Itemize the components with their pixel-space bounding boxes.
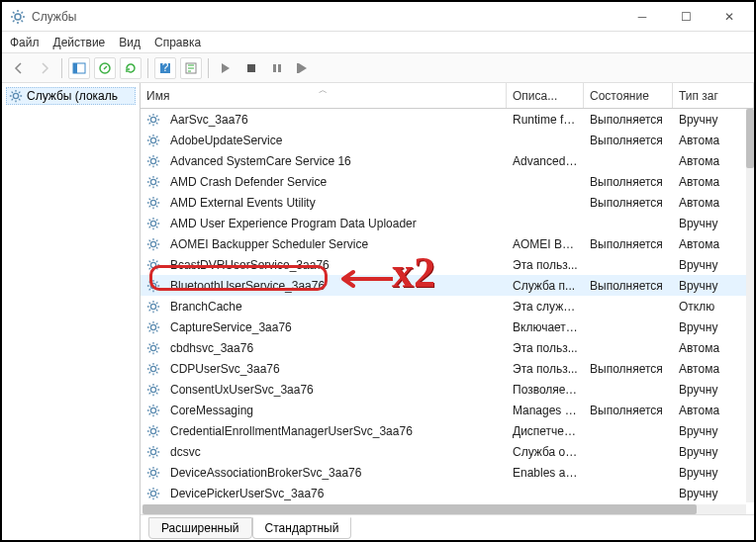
service-desc: Runtime fo...	[507, 113, 584, 127]
vertical-scrollbar[interactable]	[746, 109, 754, 502]
service-start: Автома	[673, 341, 754, 355]
menu-file[interactable]: Файл	[10, 36, 40, 49]
gear-icon	[146, 404, 160, 417]
gear-icon	[146, 134, 160, 147]
svg-point-16	[150, 200, 155, 205]
svg-point-15	[150, 179, 155, 184]
gear-icon	[146, 487, 160, 500]
service-start: Автома	[673, 362, 754, 376]
service-row[interactable]: AarSvc_3aa76Runtime fo...ВыполняетсяВруч…	[141, 109, 754, 130]
service-row[interactable]: BranchCacheЭта служб...Отклю	[141, 296, 754, 316]
service-row[interactable]: AMD User Experience Program Data Uploade…	[141, 213, 754, 233]
svg-point-12	[150, 117, 155, 122]
service-desc: Служба п...	[507, 279, 584, 293]
svg-rect-9	[278, 64, 281, 72]
service-start: Вручну	[673, 217, 754, 230]
service-start: Автома	[673, 237, 754, 251]
minimize-button[interactable]: ─	[625, 6, 659, 28]
service-start: Вручну	[673, 320, 754, 334]
show-hide-pane-button[interactable]	[68, 57, 90, 79]
service-name: ConsentUxUserSvc_3aa76	[164, 383, 507, 397]
export-button[interactable]	[180, 57, 202, 79]
help-button[interactable]: ?	[154, 57, 176, 79]
service-name: DeviceAssociationBrokerSvc_3aa76	[164, 466, 507, 480]
column-startup[interactable]: Тип заг	[673, 83, 754, 108]
service-row[interactable]: CaptureService_3aa76Включает ...Вручну	[141, 316, 754, 337]
gear-icon	[146, 466, 160, 480]
service-row[interactable]: CDPUserSvc_3aa76Эта польз...ВыполняетсяА…	[141, 358, 754, 379]
service-row[interactable]: ConsentUxUserSvc_3aa76Позволяет...Вручну	[141, 379, 754, 400]
column-state[interactable]: Состояние	[584, 83, 673, 108]
gear-icon	[146, 279, 160, 293]
service-row[interactable]: CoreMessagingManages c...ВыполняетсяАвто…	[141, 400, 754, 420]
tree-root-label: Службы (локаль	[27, 89, 118, 103]
service-start: Вручну	[673, 424, 754, 438]
service-row[interactable]: BcastDVRUserService_3aa76Эта польз...Вру…	[141, 254, 754, 275]
column-description[interactable]: Описа...	[507, 83, 584, 108]
service-state: Выполняется	[584, 237, 673, 251]
service-name: DevicePickerUserSvc_3aa76	[164, 487, 507, 500]
gear-icon	[146, 300, 160, 314]
tab-extended[interactable]: Расширенный	[148, 517, 252, 539]
svg-rect-7	[247, 64, 255, 72]
properties-button[interactable]	[94, 57, 116, 79]
service-row[interactable]: DeviceAssociationBrokerSvc_3aa76Enables …	[141, 462, 754, 483]
back-button[interactable]	[8, 57, 30, 79]
maximize-button[interactable]: ☐	[669, 6, 703, 28]
service-row[interactable]: DevicePickerUserSvc_3aa76Вручну	[141, 483, 754, 502]
gear-icon	[146, 237, 160, 251]
service-row[interactable]: cbdhsvc_3aa76Эта польз...Автома	[141, 337, 754, 358]
service-desc: Manages c...	[507, 404, 584, 417]
service-row[interactable]: CredentialEnrollmentManagerUserSvc_3aa76…	[141, 420, 754, 441]
service-row[interactable]: dcsvcСлужба об...Вручну	[141, 441, 754, 462]
service-row[interactable]: AdobeUpdateServiceВыполняетсяАвтома	[141, 130, 754, 150]
service-desc: Advanced ...	[507, 154, 584, 168]
horizontal-scrollbar[interactable]	[142, 504, 746, 514]
pause-service-button[interactable]	[266, 57, 288, 79]
service-row[interactable]: Advanced SystemCare Service 16Advanced .…	[141, 150, 754, 171]
svg-point-22	[150, 324, 155, 329]
service-row[interactable]: BluetoothUserService_3aa76Служба п...Вып…	[141, 275, 754, 296]
service-name: BranchCache	[164, 300, 507, 314]
service-state: Выполняется	[584, 196, 673, 210]
svg-point-27	[150, 428, 155, 433]
service-start: Вручну	[673, 113, 754, 127]
service-state: Выполняется	[584, 279, 673, 293]
svg-rect-8	[273, 64, 276, 72]
stop-service-button[interactable]	[240, 57, 262, 79]
restart-service-button[interactable]	[292, 57, 314, 79]
service-start: Вручну	[673, 279, 754, 293]
service-row[interactable]: AOMEI Backupper Scheduler ServiceAOMEI B…	[141, 233, 754, 254]
service-start: Автома	[673, 154, 754, 168]
close-button[interactable]: ✕	[712, 6, 746, 28]
menu-view[interactable]: Вид	[119, 36, 141, 49]
sort-asc-icon: ︿	[319, 84, 328, 97]
service-desc: Диспетчер...	[507, 424, 584, 438]
menu-action[interactable]: Действие	[53, 36, 106, 49]
service-name: cbdhsvc_3aa76	[164, 341, 507, 355]
svg-rect-2	[73, 63, 77, 73]
svg-rect-10	[297, 63, 299, 73]
service-name: CDPUserSvc_3aa76	[164, 362, 507, 376]
service-row[interactable]: AMD Crash Defender ServiceВыполняетсяАвт…	[141, 171, 754, 192]
column-name[interactable]: ︿Имя	[141, 83, 507, 108]
service-desc: Позволяет...	[507, 383, 584, 397]
gear-icon	[9, 89, 23, 103]
start-service-button[interactable]	[215, 57, 236, 79]
tab-standard[interactable]: Стандартный	[252, 517, 352, 539]
service-row[interactable]: AMD External Events UtilityВыполняетсяАв…	[141, 192, 754, 213]
refresh-button[interactable]	[120, 57, 142, 79]
service-name: BluetoothUserService_3aa76	[164, 279, 507, 293]
svg-point-14	[150, 158, 155, 163]
forward-button[interactable]	[34, 57, 55, 79]
gear-icon	[146, 362, 160, 376]
service-desc: Эта польз...	[507, 341, 584, 355]
service-start: Автома	[673, 134, 754, 147]
service-name: Advanced SystemCare Service 16	[164, 154, 507, 168]
service-start: Автома	[673, 404, 754, 417]
tree-root-services[interactable]: Службы (локаль	[6, 87, 136, 105]
menu-help[interactable]: Справка	[154, 36, 201, 49]
service-name: BcastDVRUserService_3aa76	[164, 258, 507, 272]
svg-point-19	[150, 262, 155, 267]
service-name: AOMEI Backupper Scheduler Service	[164, 237, 507, 251]
